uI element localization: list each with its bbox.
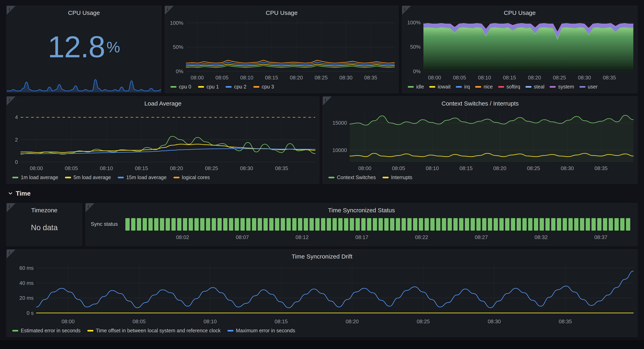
legend-item[interactable]: irq [456, 84, 470, 90]
svg-text:08:35: 08:35 [559, 319, 572, 325]
legend-item[interactable]: Maximum error in seconds [228, 328, 295, 334]
row-cpu: i CPU Usage 12.8 % i CPU Usage 08:0008:0… [6, 6, 638, 93]
legend-swatch [456, 86, 462, 88]
section-time[interactable]: Time [6, 187, 638, 200]
context-switches-chart[interactable]: 08:0008:0508:1008:1508:2008:2508:3008:35… [324, 108, 636, 173]
svg-text:2: 2 [15, 137, 18, 143]
svg-text:08:20: 08:20 [346, 319, 359, 325]
legend-label: cpu 1 [206, 84, 219, 90]
legend-label: system [558, 84, 574, 90]
row-drift: i Time Syncronized Drift 08:0008:0508:10… [6, 249, 638, 337]
legend-item[interactable]: 1m load average [12, 174, 58, 180]
legend-item[interactable]: softirq [498, 84, 520, 90]
legend-swatch [87, 330, 94, 332]
svg-text:08:15: 08:15 [265, 75, 278, 81]
no-data-message: No data [7, 215, 82, 246]
panel-load-average: i Load Average 08:0008:0508:1008:1508:20… [6, 96, 320, 184]
legend-item[interactable]: system [550, 84, 574, 90]
chart-area: 08:0008:0508:1008:1508:2008:2508:3008:35… [323, 108, 637, 173]
legend-item[interactable]: Time offset in between local system and … [87, 328, 220, 334]
legend-swatch [408, 86, 414, 88]
bottom-strip [0, 340, 644, 349]
panel-title: CPU Usage [7, 6, 161, 17]
panel-info-corner[interactable] [165, 6, 174, 15]
legend-label: iowait [438, 84, 450, 90]
legend-swatch [65, 177, 71, 178]
load-average-chart[interactable]: 08:0008:0508:1008:1508:2008:2508:3008:35… [8, 108, 318, 173]
svg-text:50%: 50% [410, 44, 420, 50]
svg-text:08:10: 08:10 [100, 165, 113, 171]
panel-context-switches: i Context Switches / Interrupts 08:0008:… [322, 96, 638, 184]
svg-text:60 ms: 60 ms [19, 265, 34, 271]
svg-text:08:10: 08:10 [478, 75, 491, 81]
panel-info-corner[interactable] [402, 6, 411, 15]
info-icon: i [9, 97, 10, 102]
svg-text:08:05: 08:05 [65, 165, 78, 171]
legend-item[interactable]: 5m load average [65, 174, 111, 180]
panel-title: Timezone [7, 203, 82, 215]
legend-label: nice [484, 84, 493, 90]
legend-item[interactable]: idle [408, 84, 424, 90]
svg-text:08:07: 08:07 [236, 234, 249, 240]
legend-label: 15m load average [126, 174, 166, 180]
svg-text:08:10: 08:10 [204, 319, 217, 325]
legend-item[interactable]: Context Switches [328, 174, 376, 180]
panel-info-corner[interactable] [7, 250, 16, 258]
legend-item[interactable]: cpu 0 [170, 84, 191, 90]
legend-swatch [475, 86, 481, 88]
svg-text:08:15: 08:15 [275, 319, 288, 325]
legend-item[interactable]: 15m load average [118, 174, 166, 180]
legend-item[interactable]: nice [475, 84, 493, 90]
sync-status-history-chart[interactable]: 08:0208:0708:1208:1708:2208:2708:3208:37 [123, 215, 634, 245]
svg-text:0%: 0% [413, 68, 420, 74]
panel-info-corner[interactable] [7, 203, 16, 212]
panel-timezone: i Timezone No data [6, 203, 82, 246]
legend-label: Time offset in between local system and … [96, 328, 220, 334]
info-icon: i [9, 250, 10, 256]
svg-text:08:05: 08:05 [215, 75, 228, 81]
panel-cpu-usage-stacked: i CPU Usage 08:0008:0508:1008:1508:2008:… [402, 6, 638, 93]
legend-item[interactable]: Interrupts [382, 174, 412, 180]
legend-item[interactable]: steal [526, 84, 544, 90]
panel-title: Load Average [7, 96, 319, 108]
svg-text:10000: 10000 [332, 147, 347, 153]
cpu-usage-stacked-chart[interactable]: 08:0008:0508:1008:1508:2008:2508:3008:35… [403, 17, 636, 83]
svg-text:08:30: 08:30 [488, 319, 501, 325]
legend-label: Interrupts [391, 174, 412, 180]
dashboard: i CPU Usage 12.8 % i CPU Usage 08:0008:0… [0, 0, 644, 337]
legend-swatch [429, 86, 435, 88]
svg-text:08:25: 08:25 [205, 165, 218, 171]
svg-text:08:15: 08:15 [503, 75, 516, 81]
svg-text:08:20: 08:20 [170, 165, 183, 171]
cpu-usage-sparkline-chart[interactable] [7, 75, 161, 93]
legend-item[interactable]: Estimated error in seconds [12, 328, 80, 334]
row-load-ctx: i Load Average 08:0008:0508:1008:1508:20… [6, 96, 638, 184]
svg-text:50%: 50% [173, 44, 183, 50]
legend-item[interactable]: cpu 2 [226, 84, 246, 90]
legend-drift: Estimated error in secondsTime offset in… [7, 327, 637, 337]
legend-swatch [12, 177, 18, 178]
panel-cpu-usage-cores: i CPU Usage 08:0008:0508:1008:1508:2008:… [164, 6, 399, 93]
svg-text:08:25: 08:25 [527, 165, 540, 171]
panel-info-corner[interactable] [86, 203, 94, 212]
svg-text:40 ms: 40 ms [19, 280, 34, 286]
panel-info-corner[interactable] [323, 96, 332, 105]
section-title: Time [16, 190, 30, 197]
legend-item[interactable]: cpu 1 [198, 84, 219, 90]
cpu-usage-per-core-chart[interactable]: 08:0008:0508:1008:1508:2008:2508:3008:35… [166, 17, 397, 83]
legend-swatch [498, 86, 504, 88]
legend-item[interactable]: logical cores [174, 174, 210, 180]
svg-text:08:30: 08:30 [578, 75, 591, 81]
svg-text:08:05: 08:05 [453, 75, 466, 81]
time-sync-drift-chart[interactable]: 08:0008:0508:1008:1508:2008:2508:3008:35… [8, 261, 636, 327]
panel-info-corner[interactable] [7, 96, 16, 105]
svg-text:08:20: 08:20 [493, 165, 506, 171]
legend-item[interactable]: user [580, 84, 598, 90]
panel-title: CPU Usage [402, 6, 637, 17]
panel-info-corner[interactable] [7, 6, 16, 15]
legend-item[interactable]: cpu 3 [253, 84, 274, 90]
panel-title: Context Switches / Interrupts [323, 96, 637, 108]
legend-item[interactable]: iowait [429, 84, 450, 90]
info-icon: i [88, 204, 89, 209]
legend-swatch [526, 86, 532, 88]
